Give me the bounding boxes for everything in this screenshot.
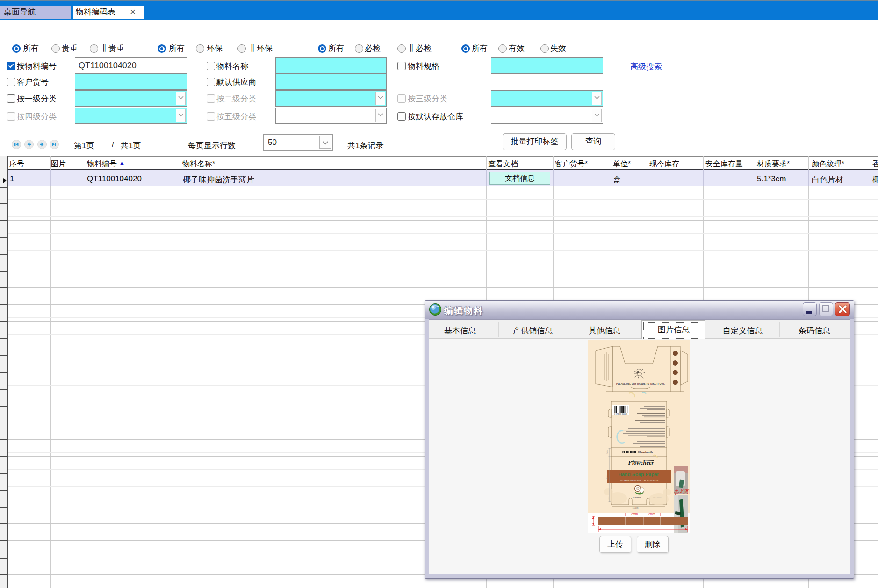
svg-text:PORTABLE HAND SOAP PAPER SHEET: PORTABLE HAND SOAP PAPER SHEETS — [619, 479, 659, 481]
svg-text:Coconut: Coconut — [633, 496, 642, 499]
svg-text:8.7cm: 8.7cm — [633, 507, 639, 509]
svg-text:@flowcheerlife: @flowcheerlife — [638, 451, 653, 453]
svg-text:2mm: 2mm — [631, 512, 638, 516]
svg-text:6 974518 300121: 6 974518 300121 — [614, 413, 627, 415]
svg-text:2mm: 2mm — [648, 512, 655, 516]
svg-text:参考图: 参考图 — [674, 489, 690, 495]
svg-text:PLEASE USE DRY HANDS TO TAKE I: PLEASE USE DRY HANDS TO TAKE IT OUT. — [616, 382, 665, 385]
svg-text:5.5cm: 5.5cm — [606, 475, 608, 480]
svg-text:Hand Soap Paper: Hand Soap Paper — [619, 472, 659, 477]
svg-text:1cm: 1cm — [606, 450, 608, 454]
svg-text:Flowcheer: Flowcheer — [628, 459, 654, 466]
